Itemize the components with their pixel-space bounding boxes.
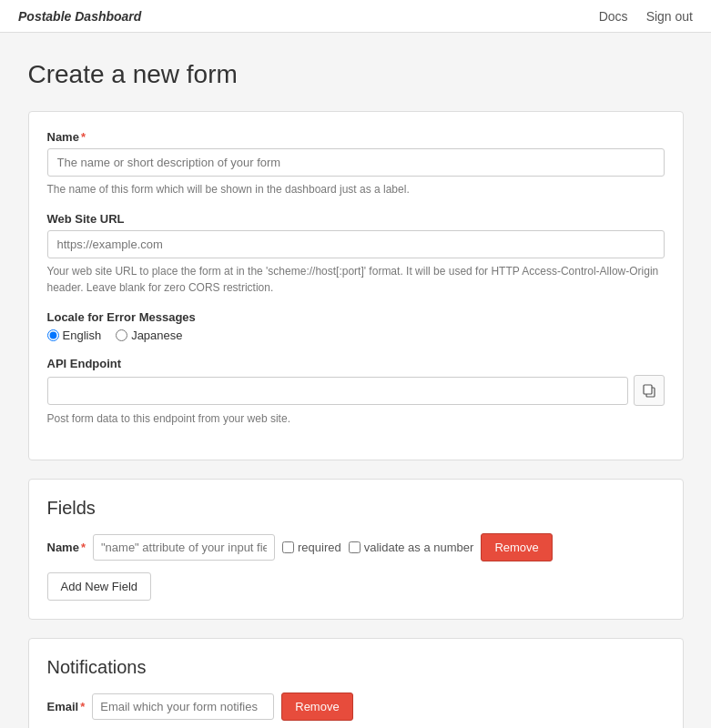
notification-row: Email* Remove	[47, 693, 665, 721]
locale-english-label: English	[63, 329, 102, 342]
docs-link[interactable]: Docs	[599, 9, 628, 24]
required-label: required	[298, 541, 341, 554]
locale-label: Locale for Error Messages	[47, 310, 665, 324]
api-endpoint-group: API Endpoint Post form data to this endp…	[47, 357, 665, 427]
url-label: Web Site URL	[47, 212, 665, 226]
fields-row: Name* required validate as a number Remo…	[47, 533, 665, 561]
name-required-star: *	[81, 130, 86, 144]
field-name-label: Name*	[47, 541, 86, 554]
copy-button[interactable]	[634, 375, 665, 406]
api-hint: Post form data to this endpoint from you…	[47, 410, 665, 427]
fields-title: Fields	[47, 498, 665, 519]
fields-card: Fields Name* required validate as a numb…	[28, 479, 684, 620]
locale-radio-group: English Japanese	[47, 329, 665, 342]
locale-english-radio[interactable]	[47, 329, 59, 341]
header: Postable Dashboard Docs Sign out	[0, 0, 711, 33]
add-new-field-button[interactable]: Add New Field	[47, 572, 152, 601]
form-settings-card: Name* The name of this form which will b…	[28, 111, 684, 460]
validate-label: validate as a number	[364, 541, 474, 554]
email-label: Email*	[47, 700, 86, 713]
name-label: Name*	[47, 130, 665, 144]
locale-japanese-radio[interactable]	[116, 329, 127, 341]
notifications-card: Notifications Email* Remove Add New Cont…	[28, 638, 684, 728]
brand-italic: Dashboard	[75, 9, 141, 24]
name-hint: The name of this form which will be show…	[47, 181, 665, 197]
field-name-required-star: *	[81, 541, 86, 554]
api-endpoint-input[interactable]	[47, 377, 628, 405]
url-input[interactable]	[47, 230, 665, 258]
name-group: Name* The name of this form which will b…	[47, 130, 665, 197]
api-endpoint-row	[47, 375, 665, 406]
name-input[interactable]	[47, 148, 665, 177]
api-label: API Endpoint	[47, 357, 665, 370]
brand: Postable Dashboard	[18, 9, 141, 24]
remove-notification-button[interactable]: Remove	[281, 693, 352, 721]
locale-english-option[interactable]: English	[47, 329, 102, 342]
required-checkbox-option[interactable]: required	[282, 541, 341, 554]
required-checkbox[interactable]	[282, 541, 294, 553]
locale-japanese-label: Japanese	[131, 329, 182, 342]
validate-checkbox-option[interactable]: validate as a number	[349, 541, 474, 554]
brand-text: Postable	[18, 9, 75, 24]
url-hint: Your web site URL to place the form at i…	[47, 263, 665, 296]
signout-link[interactable]: Sign out	[646, 9, 693, 24]
field-name-input[interactable]	[93, 534, 275, 561]
main-content: Create a new form Name* The name of this…	[10, 33, 702, 728]
notifications-title: Notifications	[47, 657, 665, 678]
validate-checkbox[interactable]	[349, 541, 361, 553]
page-title: Create a new form	[28, 60, 684, 89]
remove-field-button[interactable]: Remove	[481, 533, 552, 561]
locale-group: Locale for Error Messages English Japane…	[47, 310, 665, 342]
email-required-star: *	[80, 700, 85, 713]
url-group: Web Site URL Your web site URL to place …	[47, 212, 665, 296]
email-input[interactable]	[92, 693, 274, 720]
locale-japanese-option[interactable]: Japanese	[116, 329, 182, 342]
header-nav: Docs Sign out	[599, 9, 693, 24]
svg-rect-1	[644, 385, 652, 394]
copy-icon	[642, 383, 656, 398]
